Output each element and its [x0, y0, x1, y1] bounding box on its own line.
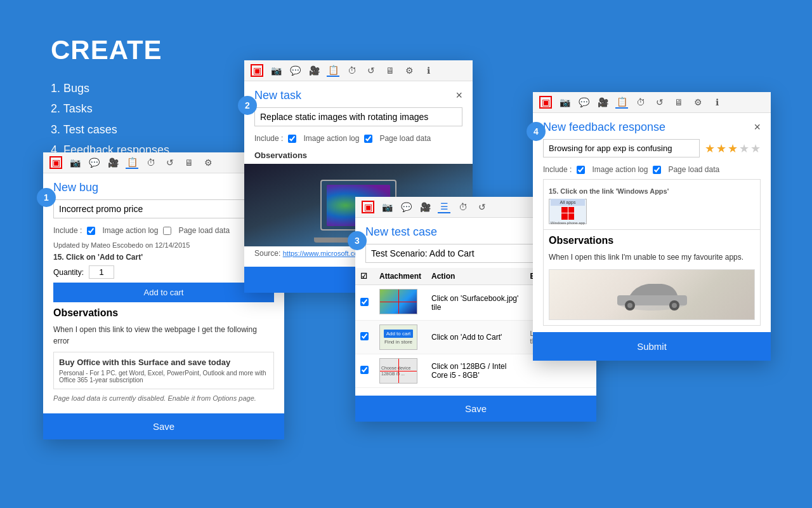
comment-icon[interactable]: 💬	[88, 156, 100, 169]
badge-2: 2	[238, 96, 257, 115]
row2-checkbox[interactable]	[360, 332, 369, 340]
svg-point-3	[627, 303, 632, 308]
video-icon-test[interactable]: 🎥	[419, 201, 431, 213]
comment-icon-feedback[interactable]: 💬	[577, 96, 590, 109]
car-sketch-image	[549, 269, 755, 320]
comment-icon-test[interactable]: 💬	[400, 201, 412, 213]
comment-icon-task[interactable]: 💬	[289, 64, 301, 77]
monitor-icon-task[interactable]: 🖥	[384, 64, 396, 77]
square-icon[interactable]: ▣	[49, 156, 62, 169]
row3-checkbox[interactable]	[360, 366, 369, 374]
clock-icon-task[interactable]: ⏱	[346, 64, 358, 77]
feedback-submit-button[interactable]: Submit	[533, 332, 771, 361]
square-icon-test[interactable]: ▣	[362, 201, 374, 213]
badge-1: 1	[37, 188, 56, 207]
task-header: New task ×	[244, 81, 473, 107]
row1-thumbnail	[379, 289, 417, 314]
clock-icon-test[interactable]: ⏱	[457, 201, 469, 213]
star-4[interactable]: ★	[739, 142, 749, 156]
image-log-checkbox[interactable]	[87, 227, 95, 235]
video-icon-task[interactable]: 🎥	[308, 64, 320, 77]
badge-4: 4	[527, 122, 546, 141]
task-image-log-label: Image action log	[303, 134, 359, 143]
qty-label: Quantity:	[53, 268, 84, 277]
task-include-row: Include : Image action log Page load dat…	[244, 131, 473, 148]
video-icon[interactable]: 🎥	[107, 156, 119, 169]
buy-title: Buy Office with this Surface and save to…	[59, 358, 268, 367]
star-2[interactable]: ★	[716, 142, 726, 156]
square-icon-feedback[interactable]: ▣	[539, 96, 552, 109]
feedback-obs-text: When I open this link I'm unable to see …	[549, 249, 755, 265]
refresh-icon-feedback[interactable]: ↺	[653, 96, 666, 109]
star-1[interactable]: ★	[705, 142, 715, 156]
star-5[interactable]: ★	[750, 142, 761, 156]
feedback-page-load-checkbox[interactable]	[653, 166, 661, 174]
row3-action: Click on '128BG / Intel Core i5 - 8GB'	[426, 354, 525, 388]
star-rating[interactable]: ★ ★ ★ ★ ★	[705, 142, 761, 156]
settings-icon[interactable]: ⚙	[202, 156, 214, 169]
page-note: Page load data is currently disabled. En…	[43, 392, 284, 406]
refresh-icon-test[interactable]: ↺	[476, 201, 488, 213]
obs-title: Observations	[53, 307, 274, 319]
refresh-icon-task[interactable]: ↺	[365, 64, 377, 77]
badge-3: 3	[348, 231, 367, 250]
video-icon-feedback[interactable]: 🎥	[596, 96, 609, 109]
task-input[interactable]	[254, 107, 462, 126]
camera-icon[interactable]: 📷	[69, 156, 81, 169]
feedback-image-log-label: Image action log	[592, 165, 648, 174]
feedback-text-input[interactable]	[543, 139, 700, 157]
list-icon-test[interactable]: ☰	[438, 201, 450, 213]
col-attachment: Attachment	[374, 268, 426, 285]
clock-icon[interactable]: ⏱	[145, 156, 157, 169]
task-page-load-checkbox[interactable]	[364, 135, 372, 143]
col-check: ☑	[355, 268, 374, 285]
camera-icon-task[interactable]: 📷	[270, 64, 282, 77]
task-page-load-label: Page load data	[379, 134, 431, 143]
feedback-header: New feedback response ×	[533, 113, 771, 139]
panel-feedback: ▣ 📷 💬 🎥 📋 ⏱ ↺ 🖥 ⚙ ℹ New feedback respons…	[533, 92, 771, 361]
feedback-page-load-label: Page load data	[668, 165, 719, 174]
buy-text: Personal - For 1 PC. get Word, Excel, Po…	[59, 370, 268, 384]
left-panel: CREATE 1. Bugs 2. Tasks 3. Test cases 4.…	[51, 35, 169, 161]
task-obs-title: Observations	[244, 148, 473, 164]
bug-save-button[interactable]: Save	[43, 413, 284, 439]
row1-checkbox[interactable]	[360, 298, 369, 306]
doc-icon[interactable]: 📋	[126, 156, 138, 169]
doc-icon-task[interactable]: 📋	[327, 64, 339, 77]
qty-input[interactable]	[89, 265, 114, 279]
source-label: Source:	[254, 249, 283, 258]
image-log-label: Image action log	[102, 226, 158, 235]
page-load-checkbox[interactable]	[163, 227, 171, 235]
bug-input[interactable]	[53, 199, 274, 218]
info-icon-task[interactable]: ℹ	[422, 64, 435, 77]
include-label: Include :	[53, 226, 82, 235]
feedback-image-log-checkbox[interactable]	[577, 166, 585, 174]
menu-list: 1. Bugs 2. Tasks 3. Test cases 4. Feedba…	[51, 78, 169, 161]
refresh-icon[interactable]: ↺	[164, 156, 176, 169]
camera-icon-feedback[interactable]: 📷	[558, 96, 571, 109]
doc-icon-feedback[interactable]: 📋	[615, 96, 628, 109]
include-label-feedback: Include :	[543, 165, 572, 174]
monitor-icon-feedback[interactable]: 🖥	[672, 96, 685, 109]
clock-icon-feedback[interactable]: ⏱	[634, 96, 647, 109]
camera-icon-test[interactable]: 📷	[381, 201, 393, 213]
obs-text: When I open this link to view the webpag…	[53, 321, 274, 349]
car-svg	[614, 277, 690, 312]
settings-icon-task[interactable]: ⚙	[403, 64, 416, 77]
feedback-close-button[interactable]: ×	[754, 121, 761, 134]
add-cart-button[interactable]: Add to cart	[53, 283, 274, 302]
feedback-step-label: 15. Click on the link 'Windows Apps'	[549, 185, 755, 196]
task-close-button[interactable]: ×	[455, 89, 462, 102]
col-action: Action	[426, 268, 525, 285]
test-save-button[interactable]: Save	[355, 396, 596, 422]
qty-row: Quantity:	[53, 265, 274, 279]
square-icon-task[interactable]: ▣	[251, 64, 263, 77]
star-3[interactable]: ★	[728, 142, 738, 156]
feedback-include-row: Include : Image action log Page load dat…	[533, 163, 771, 179]
task-image-log-checkbox[interactable]	[288, 135, 296, 143]
settings-icon-feedback[interactable]: ⚙	[691, 96, 704, 109]
monitor-icon[interactable]: 🖥	[183, 156, 195, 169]
info-icon-feedback[interactable]: ℹ	[710, 96, 723, 109]
menu-item-testcases: 3. Test cases	[51, 119, 169, 140]
bug-title: New bug	[53, 181, 98, 194]
